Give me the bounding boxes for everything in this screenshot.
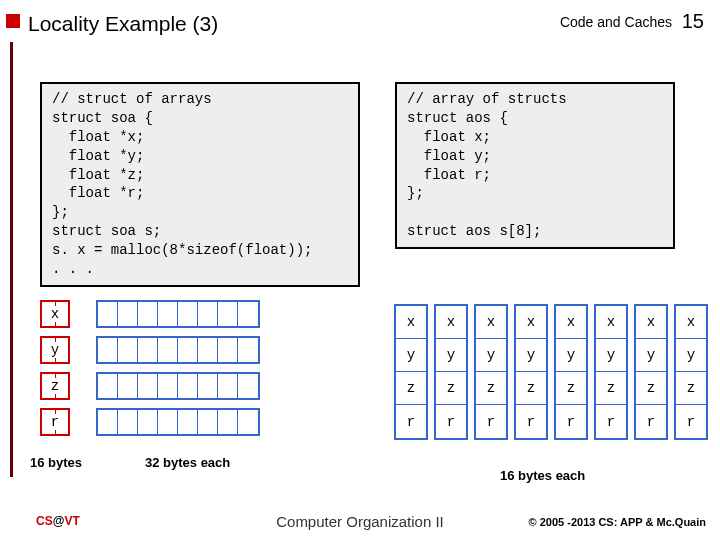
aos-col: xyzr xyxy=(394,304,428,440)
footer-right: © 2005 -2013 CS: APP & Mc.Quain xyxy=(529,516,706,528)
aos-cell: z xyxy=(596,372,626,405)
aos-cell: r xyxy=(596,405,626,438)
aos-cell: y xyxy=(676,339,706,372)
aos-cell: z xyxy=(676,372,706,405)
aos-cell: z xyxy=(396,372,426,405)
aos-cell: r xyxy=(516,405,546,438)
aos-cell: z xyxy=(476,372,506,405)
aos-cell: x xyxy=(596,306,626,339)
aos-col: xyzr xyxy=(674,304,708,440)
code-box-aos: // array of structs struct aos { float x… xyxy=(395,82,675,249)
aos-cell: z xyxy=(516,372,546,405)
soa-cells xyxy=(96,408,260,436)
aos-cell: y xyxy=(596,339,626,372)
soa-row: x xyxy=(40,300,260,328)
aos-cell: r xyxy=(476,405,506,438)
aos-cell: r xyxy=(556,405,586,438)
ptr-box: x xyxy=(40,300,70,328)
aos-cell: x xyxy=(476,306,506,339)
aos-col: xyzr xyxy=(554,304,588,440)
section-label: Code and Caches xyxy=(560,14,672,30)
aos-cell: y xyxy=(476,339,506,372)
ptr-box: y xyxy=(40,336,70,364)
page-number: 15 xyxy=(682,10,704,33)
ptr-label: r xyxy=(49,414,61,430)
aos-col: xyzr xyxy=(434,304,468,440)
page-title: Locality Example (3) xyxy=(28,12,218,36)
aos-cell: r xyxy=(676,405,706,438)
ptr-box: r xyxy=(40,408,70,436)
vertical-divider xyxy=(10,42,13,477)
aos-col: xyzr xyxy=(474,304,508,440)
aos-cell: r xyxy=(396,405,426,438)
ptr-label: y xyxy=(49,342,61,358)
soa-cells xyxy=(96,300,260,328)
soa-diagram: x y z r xyxy=(40,300,260,444)
ptr-label: x xyxy=(49,306,61,322)
soa-row: r xyxy=(40,408,260,436)
label-16-bytes-each: 16 bytes each xyxy=(500,468,585,483)
soa-cells xyxy=(96,336,260,364)
aos-cell: x xyxy=(396,306,426,339)
aos-cell: z xyxy=(556,372,586,405)
aos-cell: r xyxy=(436,405,466,438)
aos-cell: y xyxy=(556,339,586,372)
aos-cell: x xyxy=(436,306,466,339)
aos-col: xyzr xyxy=(634,304,668,440)
aos-cell: z xyxy=(436,372,466,405)
soa-row: z xyxy=(40,372,260,400)
aos-cell: x xyxy=(516,306,546,339)
aos-col: xyzr xyxy=(594,304,628,440)
aos-cell: z xyxy=(636,372,666,405)
label-16-bytes: 16 bytes xyxy=(30,455,82,470)
code-box-soa: // struct of arrays struct soa { float *… xyxy=(40,82,360,287)
aos-diagram: xyzr xyzr xyzr xyzr xyzr xyzr xyzr xyzr xyxy=(394,304,708,440)
ptr-label: z xyxy=(49,378,61,394)
aos-cell: y xyxy=(516,339,546,372)
ptr-box: z xyxy=(40,372,70,400)
aos-cell: r xyxy=(636,405,666,438)
aos-cell: x xyxy=(556,306,586,339)
aos-cell: x xyxy=(636,306,666,339)
soa-row: y xyxy=(40,336,260,364)
aos-cell: y xyxy=(436,339,466,372)
label-32-bytes: 32 bytes each xyxy=(145,455,230,470)
accent-square xyxy=(6,14,20,28)
aos-cell: x xyxy=(676,306,706,339)
aos-cell: y xyxy=(396,339,426,372)
aos-cell: y xyxy=(636,339,666,372)
aos-col: xyzr xyxy=(514,304,548,440)
soa-cells xyxy=(96,372,260,400)
